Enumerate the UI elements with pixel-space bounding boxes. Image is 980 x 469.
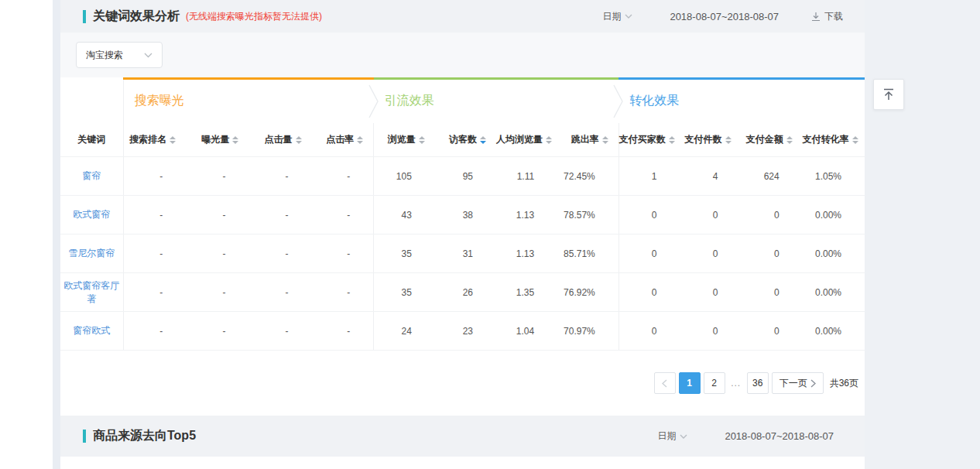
date-filter-dropdown[interactable]: 日期 bbox=[602, 10, 632, 23]
sort-icon bbox=[357, 136, 363, 144]
cell: 0 bbox=[742, 312, 803, 351]
page-36-button[interactable]: 36 bbox=[747, 372, 769, 394]
sort-icon bbox=[602, 136, 608, 144]
col-header-pay-amount[interactable]: 支付金额 bbox=[742, 123, 803, 157]
cell: 76.92% bbox=[557, 273, 618, 312]
group-label: 转化效果 bbox=[629, 94, 679, 107]
col-header-exposure[interactable]: 曝光量 bbox=[186, 123, 248, 157]
cell: - bbox=[186, 196, 248, 234]
cell: 35 bbox=[374, 273, 435, 312]
cell: 0 bbox=[680, 312, 741, 351]
title-accent-bar bbox=[83, 430, 86, 443]
cell: - bbox=[123, 196, 186, 234]
filter-row: 淘宝搜索 bbox=[60, 33, 865, 77]
table-row: 欧式窗帘客厅著 - - - - 35 26 1.35 76.92% 0 0 0 … bbox=[60, 273, 865, 312]
cell: - bbox=[186, 312, 248, 351]
page-1-button[interactable]: 1 bbox=[679, 372, 701, 394]
group-divider-chevron bbox=[613, 84, 624, 119]
page-title: 关键词效果分析 bbox=[93, 9, 180, 25]
channel-select[interactable]: 淘宝搜索 bbox=[76, 42, 163, 68]
date-range-text: 2018-08-07~2018-08-07 bbox=[670, 11, 779, 22]
date-filter-label: 日期 bbox=[657, 430, 676, 443]
col-header-pay-items[interactable]: 支付件数 bbox=[680, 123, 741, 157]
cell: 0 bbox=[618, 312, 680, 351]
col-header-keyword: 关键词 bbox=[60, 123, 123, 157]
chevron-down-icon bbox=[625, 14, 632, 19]
cell: - bbox=[312, 157, 374, 196]
section1-controls: 日期 2018-08-07~2018-08-07 下载 bbox=[602, 10, 865, 23]
cell: 70.97% bbox=[557, 312, 618, 351]
cell: - bbox=[248, 157, 311, 196]
col-header-pay-buyers[interactable]: 支付买家数 bbox=[618, 123, 680, 157]
keyword-link[interactable]: 窗帘 bbox=[60, 157, 123, 196]
col-header-ctr[interactable]: 点击率 bbox=[312, 123, 374, 157]
keyword-link[interactable]: 欧式窗帘 bbox=[60, 196, 123, 234]
pagination-ellipsis: ... bbox=[728, 378, 744, 389]
cell: - bbox=[186, 157, 248, 196]
cell: 1.13 bbox=[496, 234, 557, 273]
group-traffic-effect: 引流效果 bbox=[374, 79, 619, 123]
download-button[interactable]: 下载 bbox=[811, 10, 843, 23]
cell: - bbox=[123, 273, 186, 312]
keyword-effect-table: 搜索曝光 引流效果 转化效果 关键词 搜索排名 曝光量 点击量 bbox=[60, 77, 865, 351]
cell: 1.05% bbox=[803, 157, 865, 196]
keyword-link[interactable]: 欧式窗帘客厅著 bbox=[60, 273, 123, 312]
cell: 0 bbox=[680, 196, 741, 234]
col-header-pay-conversion[interactable]: 支付转化率 bbox=[803, 123, 865, 157]
keyword-link[interactable]: 雪尼尔窗帘 bbox=[60, 234, 123, 273]
sort-icon-active-desc bbox=[480, 136, 486, 144]
sort-icon bbox=[419, 136, 425, 144]
col-header-visitors[interactable]: 访客数 bbox=[435, 123, 496, 157]
channel-select-value: 淘宝搜索 bbox=[86, 49, 123, 62]
cell: - bbox=[248, 234, 311, 273]
cell: 78.57% bbox=[557, 196, 618, 234]
page-2-button[interactable]: 2 bbox=[704, 372, 725, 394]
keyword-table-card: 搜索曝光 引流效果 转化效果 关键词 搜索排名 曝光量 点击量 bbox=[60, 77, 865, 416]
chevron-down-icon bbox=[680, 434, 687, 439]
col-header-bounce-rate[interactable]: 跳出率 bbox=[557, 123, 618, 157]
total-pages-text: 共36页 bbox=[830, 377, 858, 390]
sort-icon bbox=[232, 136, 238, 144]
cell: 105 bbox=[374, 157, 435, 196]
col-header-search-rank[interactable]: 搜索排名 bbox=[123, 123, 186, 157]
page: 关键词效果分析 (无线端搜索曝光指标暂无法提供) 日期 2018-08-07~2… bbox=[0, 0, 980, 469]
cell: 4 bbox=[680, 157, 741, 196]
cell: 38 bbox=[435, 196, 496, 234]
sort-icon bbox=[786, 136, 793, 144]
next-card-top-strip bbox=[60, 457, 865, 463]
next-page-button[interactable]: 下一页 bbox=[772, 372, 824, 394]
download-icon bbox=[811, 12, 821, 22]
col-header-pageviews[interactable]: 浏览量 bbox=[374, 123, 435, 157]
date-filter-dropdown[interactable]: 日期 bbox=[657, 430, 687, 443]
cell: 1.11 bbox=[496, 157, 557, 196]
group-divider-chevron bbox=[368, 84, 379, 119]
page-prev-button[interactable] bbox=[654, 372, 676, 394]
cell: 0.00% bbox=[803, 312, 865, 351]
section2-title: 商品来源去向Top5 bbox=[93, 428, 196, 444]
table-row: 欧式窗帘 - - - - 43 38 1.13 78.57% 0 0 0 0.0… bbox=[60, 196, 865, 234]
cell: 35 bbox=[374, 234, 435, 273]
cell: 1 bbox=[618, 157, 680, 196]
cell: 0 bbox=[618, 273, 680, 312]
sort-icon bbox=[852, 136, 858, 144]
sort-icon bbox=[170, 136, 176, 144]
cell: - bbox=[248, 273, 311, 312]
chevron-right-icon bbox=[810, 379, 816, 388]
column-header-row: 关键词 搜索排名 曝光量 点击量 点击率 浏览量 访客数 人均浏览量 跳出率 支… bbox=[60, 123, 865, 157]
col-header-clicks[interactable]: 点击量 bbox=[248, 123, 311, 157]
keyword-link[interactable]: 窗帘欧式 bbox=[60, 312, 123, 351]
cell: 0.00% bbox=[803, 196, 865, 234]
cell: - bbox=[123, 234, 186, 273]
table-row: 雪尼尔窗帘 - - - - 35 31 1.13 85.71% 0 0 0 0.… bbox=[60, 234, 865, 273]
date-filter-label: 日期 bbox=[602, 10, 621, 23]
chevron-left-icon bbox=[662, 379, 667, 388]
back-to-top-button[interactable] bbox=[873, 79, 904, 110]
chevron-down-icon bbox=[144, 53, 152, 58]
cell: 43 bbox=[374, 196, 435, 234]
sort-icon bbox=[546, 136, 552, 144]
group-label: 搜索曝光 bbox=[135, 94, 184, 107]
col-header-avg-pageviews[interactable]: 人均浏览量 bbox=[496, 123, 557, 157]
group-label: 引流效果 bbox=[385, 94, 434, 107]
table-row: 窗帘欧式 - - - - 24 23 1.04 70.97% 0 0 0 0.0… bbox=[60, 312, 865, 351]
download-label: 下载 bbox=[824, 10, 843, 23]
